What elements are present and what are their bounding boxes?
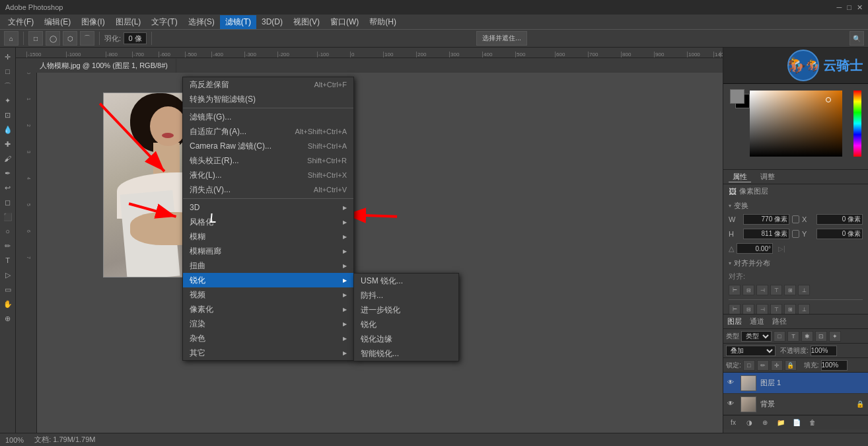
submenu-usm[interactable]: USM 锐化...: [354, 274, 458, 288]
fill-input[interactable]: [821, 360, 848, 371]
dist-left[interactable]: ⊢: [729, 304, 741, 314]
new-layer-btn[interactable]: 📄: [791, 418, 803, 428]
tool-heal[interactable]: ✚: [1, 137, 15, 151]
toolbar-home[interactable]: ⌂: [4, 31, 18, 46]
toolbar-poly[interactable]: ⬡: [63, 31, 77, 46]
menu-filter[interactable]: 滤镜(T): [220, 15, 256, 29]
tab-channels[interactable]: 通道: [750, 316, 764, 326]
tool-magic-wand[interactable]: ✦: [1, 94, 15, 107]
tool-hand[interactable]: ✋: [1, 297, 15, 311]
color-picker-dot[interactable]: [826, 97, 831, 102]
menu-help[interactable]: 帮助(H): [364, 15, 402, 29]
layer-tool-path[interactable]: ✦: [829, 331, 841, 342]
menu-image[interactable]: 图像(I): [76, 15, 110, 29]
toolbar-circle[interactable]: ◯: [46, 31, 60, 46]
tool-select-rect[interactable]: □: [1, 65, 15, 78]
minimize-button[interactable]: ─: [837, 3, 842, 12]
lock-pixels[interactable]: ✏: [757, 360, 769, 371]
tool-move[interactable]: ✛: [1, 50, 15, 63]
lock-position[interactable]: ✛: [771, 360, 783, 371]
menu-file[interactable]: 文件(F): [3, 15, 39, 29]
layer-tool-adj[interactable]: T: [787, 331, 799, 342]
select-mask-btn[interactable]: 选择并遮住...: [476, 31, 526, 46]
add-mask-btn[interactable]: ◑: [743, 418, 755, 428]
y-input[interactable]: [816, 229, 863, 239]
layer-1-visibility[interactable]: 👁: [727, 379, 737, 388]
w-input[interactable]: [743, 214, 789, 225]
submenu-sharpen-edges[interactable]: 锐化边缘: [354, 332, 458, 346]
menu-other[interactable]: 其它: [183, 346, 353, 360]
menu-3d[interactable]: 3D(D): [256, 16, 288, 28]
submenu-sharpen[interactable]: 锐化: [354, 317, 458, 332]
toolbar-rect[interactable]: □: [28, 31, 43, 46]
align-center-v[interactable]: ⊞: [784, 285, 796, 295]
menu-text[interactable]: 文字(T): [146, 15, 182, 29]
menu-filter-gallery[interactable]: 滤镜库(G)...: [183, 110, 353, 124]
tab-adjust[interactable]: 调整: [756, 172, 779, 182]
dist-right[interactable]: ⊣: [756, 304, 768, 314]
tool-crop[interactable]: ⊡: [1, 108, 15, 122]
tool-gradient[interactable]: ⬛: [1, 210, 15, 223]
blend-mode-select[interactable]: 叠加: [726, 346, 776, 356]
menu-sharpen[interactable]: 锐化 USM 锐化... 防抖... 进一步锐化 锐化 锐化边缘 智能锐化...: [183, 273, 353, 287]
menu-high-pass[interactable]: 高反差保留Alt+Ctrl+F: [183, 77, 353, 92]
color-fg[interactable]: [730, 89, 744, 104]
tool-shape[interactable]: ▭: [1, 283, 15, 296]
toolbar-lasso[interactable]: ⌒: [80, 31, 94, 46]
tool-brush[interactable]: 🖌: [1, 152, 15, 165]
tool-path-select[interactable]: ▷: [1, 268, 15, 281]
menu-distort[interactable]: 扭曲: [183, 258, 353, 273]
menu-smart-filter[interactable]: 转换为智能滤镜(S): [183, 92, 353, 106]
menu-adaptive-wide[interactable]: 自适应广角(A)...Alt+Shift+Ctrl+A: [183, 124, 353, 139]
menu-vanishing-point[interactable]: 消失点(V)...Alt+Ctrl+V: [183, 182, 353, 197]
menu-lens-correct[interactable]: 镜头校正(R)...Shift+Ctrl+R: [183, 153, 353, 168]
add-effect-btn[interactable]: fx: [727, 418, 739, 428]
layer-tool-smart[interactable]: ⊡: [815, 331, 827, 342]
opacity-input[interactable]: [811, 346, 837, 356]
color-picker[interactable]: [723, 84, 868, 170]
x-input[interactable]: [816, 214, 863, 225]
submenu-smart-sharpen[interactable]: 智能锐化...: [354, 346, 458, 361]
close-button[interactable]: ✕: [857, 3, 863, 12]
layer-bg-visibility[interactable]: 👁: [727, 400, 737, 409]
lock-all[interactable]: 🔒: [785, 360, 797, 371]
menu-edit[interactable]: 编辑(E): [39, 15, 76, 29]
add-adjustment-btn[interactable]: ⊕: [759, 418, 771, 428]
align-left[interactable]: ⊢: [729, 285, 741, 295]
maximize-button[interactable]: □: [847, 3, 851, 12]
layer-item-bg[interactable]: 👁 背景 🔒: [723, 394, 868, 415]
lock-transparency[interactable]: □: [743, 360, 755, 371]
add-group-btn[interactable]: 📁: [775, 418, 787, 428]
menu-pixelate[interactable]: 像素化: [183, 302, 353, 316]
menu-select[interactable]: 选择(S): [183, 15, 220, 29]
color-hue-bar[interactable]: [853, 91, 861, 157]
menu-video[interactable]: 视频: [183, 287, 353, 302]
align-center-h[interactable]: ⊟: [742, 285, 754, 295]
tool-lasso[interactable]: ⌒: [1, 79, 15, 93]
menu-3d[interactable]: 3D: [183, 200, 353, 215]
titlebar-controls[interactable]: ─ □ ✕: [837, 3, 863, 12]
tab-properties[interactable]: 属性: [729, 172, 751, 182]
menu-liquify[interactable]: 液化(L)...Shift+Ctrl+X: [183, 168, 353, 182]
align-top[interactable]: ⊤: [770, 285, 782, 295]
h-input[interactable]: [743, 229, 789, 239]
link-xy[interactable]: [792, 230, 799, 238]
canvas-tab-item[interactable]: 人物模糊.jpg @ 100% (图层 1, RGB/8#): [32, 59, 176, 73]
menu-blur-gallery[interactable]: 模糊画廊: [183, 244, 353, 258]
layer-item-1[interactable]: 👁 图层 1: [723, 373, 868, 394]
tool-eraser[interactable]: ◻: [1, 196, 15, 209]
dist-bottom[interactable]: ⊥: [798, 304, 810, 314]
delete-layer-btn[interactable]: 🗑: [807, 418, 818, 428]
submenu-shake-reduce[interactable]: 防抖...: [354, 288, 458, 303]
menu-render[interactable]: 渲染: [183, 316, 353, 331]
tab-paths[interactable]: 路径: [772, 316, 787, 326]
tool-clone[interactable]: ✒: [1, 167, 15, 180]
dist-center-h[interactable]: ⊟: [742, 304, 754, 314]
submenu-sharpen-more[interactable]: 进一步锐化: [354, 303, 458, 317]
link-wh[interactable]: [792, 215, 799, 223]
tab-layers[interactable]: 图层: [727, 316, 742, 326]
tool-dodge[interactable]: ○: [1, 225, 15, 238]
align-right[interactable]: ⊣: [756, 285, 768, 295]
menu-blur[interactable]: 模糊: [183, 229, 353, 244]
menu-view[interactable]: 视图(V): [288, 15, 325, 29]
